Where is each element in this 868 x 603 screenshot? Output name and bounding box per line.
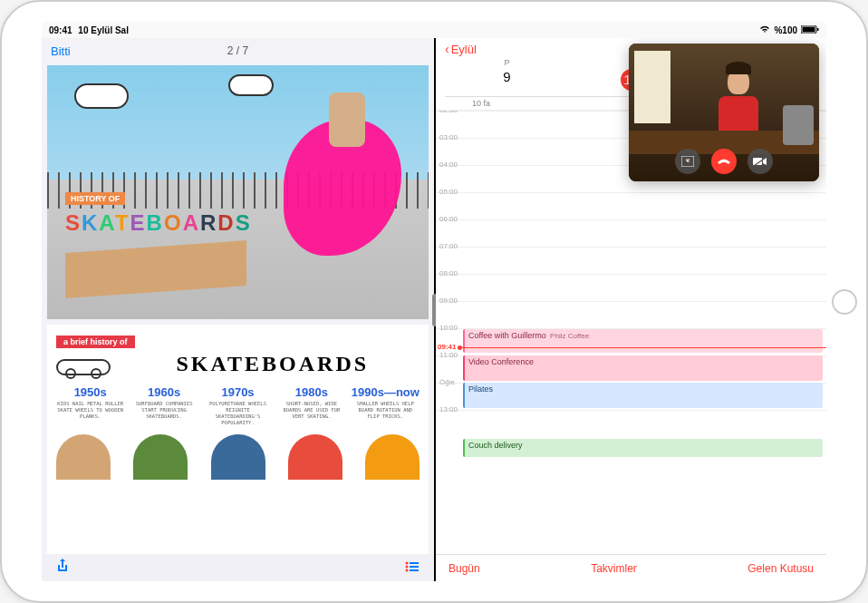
brief-banner: a brief history of	[56, 336, 135, 348]
skate-ledge	[65, 240, 246, 298]
skateboard-images-row	[56, 434, 420, 480]
svg-rect-6	[410, 566, 419, 568]
hour-label: 04:00	[439, 160, 458, 169]
hero-image: HISTORY OF SKATEBOARDS	[47, 65, 429, 319]
back-label: Eylül	[451, 43, 477, 56]
hour-row: 09:00	[436, 301, 826, 328]
decades-row: 1950sKids nail metal roller skate wheels…	[56, 385, 420, 427]
calendar-event[interactable]: Video Conference	[463, 355, 823, 381]
decade-col: 1990s—nowSmaller wheels help board rotat…	[352, 385, 420, 427]
status-time: 09:41	[49, 25, 72, 35]
hour-label: 09:00	[439, 297, 458, 305]
decade-col: 1980sShort-nosed, wide boards are used f…	[277, 385, 345, 427]
battery-percent: %100	[774, 25, 797, 35]
svg-rect-4	[410, 562, 419, 564]
svg-rect-8	[410, 569, 419, 571]
skateboard-image	[211, 434, 265, 480]
skateboard-image	[365, 434, 420, 480]
noon-label: Öğle	[439, 378, 455, 386]
facetime-self-view[interactable]	[783, 105, 814, 145]
calendar-app-pane: ‹ Eylül P9 S10 Ç11 10 fa 02:0003:0004:00…	[436, 38, 826, 581]
decade-col: 1970sPolyurethane wheels reignite skateb…	[204, 385, 272, 427]
hour-row: 07:00	[436, 247, 826, 274]
status-date: 10 Eylül Sal	[78, 25, 129, 35]
remote-person	[714, 62, 763, 134]
page-indicator: 2 / 7	[227, 44, 248, 57]
done-button[interactable]: Bitti	[51, 44, 71, 58]
decade-col: 1950sKids nail metal roller skate wheels…	[56, 385, 124, 427]
history-of-banner: HISTORY OF	[65, 192, 125, 205]
hour-label: 13:00	[439, 405, 458, 413]
skateboard-sketch-icon	[56, 359, 111, 375]
status-right: %100	[759, 24, 819, 35]
event-title: Pilates	[468, 384, 493, 394]
today-button[interactable]: Bugün	[448, 562, 480, 575]
hour-label: 03:00	[439, 133, 458, 141]
document-content[interactable]: HISTORY OF SKATEBOARDS a brief history o…	[42, 63, 434, 554]
hour-label: 08:00	[439, 269, 458, 277]
calendars-button[interactable]: Takvimler	[591, 562, 637, 575]
skateboards-title: SKATEBOARDS	[65, 210, 252, 236]
hour-label: 06:00	[439, 215, 458, 223]
battery-icon	[801, 25, 819, 35]
calendar-event[interactable]: Couch delivery	[463, 439, 823, 457]
skateboard-image	[56, 434, 111, 480]
current-time-label: 09:41	[438, 343, 456, 351]
svg-rect-2	[817, 28, 819, 31]
status-left: 09:41 10 Eylül Sal	[49, 25, 129, 35]
skateboard-image	[288, 434, 342, 480]
svg-point-5	[406, 566, 409, 569]
hour-row: 13:00	[436, 410, 826, 437]
files-toolbar	[42, 554, 434, 581]
share-icon[interactable]	[56, 559, 69, 577]
facetime-remote-video	[629, 44, 819, 181]
background-window	[634, 51, 670, 123]
hour-label: 10:00	[439, 324, 458, 332]
hour-label: 05:00	[439, 188, 458, 196]
list-icon[interactable]	[405, 559, 420, 576]
hour-row: 06:00	[436, 219, 826, 247]
hour-label: 07:00	[439, 242, 458, 250]
ipad-frame: 09:41 10 Eylül Sal %100 Bitti 2 / 7	[0, 0, 868, 603]
calendar-footer: Bugün Takvimler Gelen Kutusu	[436, 554, 826, 581]
decade-col: 1960sSurfboard companies start producing…	[130, 385, 198, 427]
event-title: Video Conference	[468, 357, 534, 366]
chevron-left-icon: ‹	[445, 42, 449, 56]
end-call-button[interactable]	[711, 149, 737, 174]
calendar-event[interactable]: Coffee with Guillermo Philz Coffee	[463, 329, 823, 353]
hour-row: 05:00	[436, 192, 826, 219]
cloud-doodle	[228, 74, 274, 96]
brief-history-section: a brief history of SKATEBOARDS 1950sKids…	[47, 325, 429, 554]
status-bar: 09:41 10 Eylül Sal %100	[42, 22, 826, 38]
files-app-pane: Bitti 2 / 7 HISTORY OF SKATEBOARDS a bri…	[42, 38, 434, 581]
skateboards-heading: SKATEBOARDS	[176, 352, 369, 375]
event-title: Couch delivery	[468, 441, 523, 450]
home-button[interactable]	[832, 289, 857, 315]
pip-collapse-button[interactable]	[675, 149, 700, 174]
camera-off-button[interactable]	[747, 149, 773, 174]
facetime-controls	[629, 149, 819, 174]
inbox-button[interactable]: Gelen Kutusu	[747, 562, 814, 575]
current-time-line	[459, 347, 826, 348]
calendar-event[interactable]: Pilates	[463, 383, 823, 408]
svg-point-7	[406, 569, 409, 572]
event-location: Philz Coffee	[548, 332, 589, 340]
skateboard-image	[133, 434, 188, 480]
screen: 09:41 10 Eylül Sal %100 Bitti 2 / 7	[42, 22, 826, 581]
event-title: Coffee with Guillermo	[468, 331, 546, 340]
skateboarder	[311, 83, 383, 174]
facetime-pip-window[interactable]	[629, 44, 819, 181]
hour-label: 02:00	[439, 111, 458, 114]
svg-rect-1	[803, 26, 815, 32]
hour-row: 08:00	[436, 274, 826, 301]
cloud-doodle	[74, 83, 129, 109]
files-header: Bitti 2 / 7	[42, 38, 434, 63]
svg-point-3	[406, 562, 409, 565]
wifi-icon	[759, 24, 770, 35]
split-view: Bitti 2 / 7 HISTORY OF SKATEBOARDS a bri…	[42, 38, 826, 581]
hour-label: 11:00	[439, 351, 458, 359]
day-col[interactable]: P9	[445, 58, 569, 91]
